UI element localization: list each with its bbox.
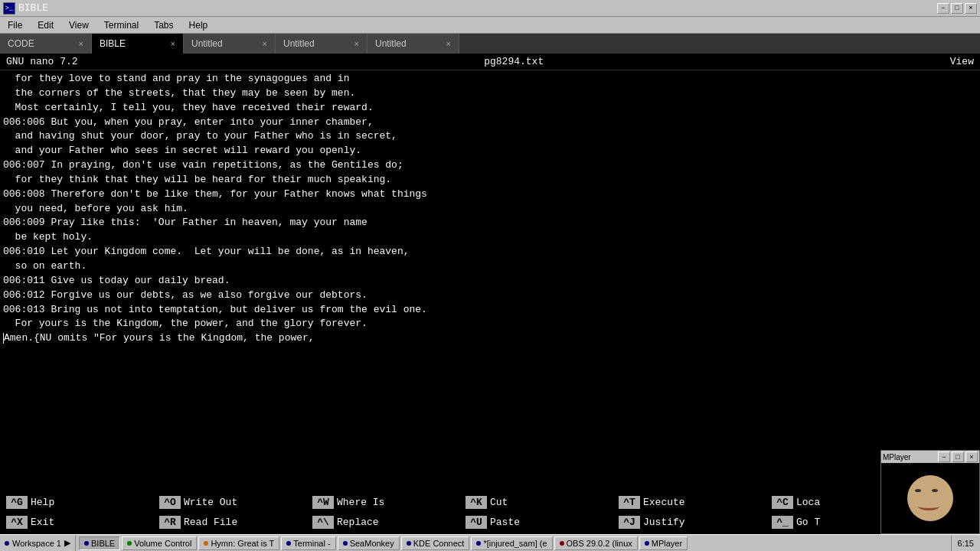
taskbar: Workspace 1 ▶ BIBLEVolume ControlHymn: G… [0,534,980,551]
shortcut-read-label: Read File [184,517,237,528]
shortcut-paste-key: ^U [466,516,487,529]
shortcut-where-is[interactable]: ^W Where Is [306,496,459,509]
shortcut-locate-label: Loca [796,497,820,508]
shortcut-exit-key: ^X [6,516,28,529]
shortcut-paste[interactable]: ^U Paste [459,516,612,529]
shortcut-execute-label: Execute [643,497,685,508]
app-label-0: BIBLE [91,539,115,548]
editor-line-11: be kept holy. [0,230,980,245]
taskbar-app-0[interactable]: BIBLE [79,536,120,550]
shortcut-read-key: ^R [159,516,181,529]
app-dot-1 [127,541,132,546]
shortcut-execute-key: ^T [619,496,640,509]
workspace-label: Workspace 1 [12,539,61,548]
shortcut-cut-key: ^K [466,496,487,509]
menu-edit[interactable]: Edit [33,18,58,32]
shortcut-exit-label: Exit [31,517,54,528]
taskbar-app-7[interactable]: OBS 29.0.2 (linux [554,536,638,550]
tab-bible[interactable]: BIBLE × [92,34,184,54]
taskbar-app-8[interactable]: MPlayer [639,536,688,550]
app-dot-7 [560,541,564,546]
app-dot-8 [645,541,649,546]
mplayer-window[interactable]: MPlayer − □ × [880,450,980,534]
editor-line-7: for they think that they will be heard f… [0,173,980,187]
taskbar-app-1[interactable]: Volume Control [122,536,197,550]
workspace-icon [5,541,9,546]
taskbar-apps: BIBLEVolume ControlHymn: Great is TTermi… [76,536,951,550]
taskbar-app-4[interactable]: SeaMonkey [338,536,400,550]
tab-untitled-1[interactable]: Untitled × [184,34,276,54]
shortcut-justify[interactable]: ^J Justify [612,516,766,529]
menu-terminal[interactable]: Terminal [100,18,143,32]
shortcut-write-key: ^O [159,496,181,509]
mplayer-titlebar: MPlayer − □ × [881,451,979,463]
editor-line-16: 006:013 Bring us not into temptation, bu… [0,303,980,318]
taskbar-app-3[interactable]: Terminal - [281,536,335,550]
menu-file[interactable]: File [3,18,27,32]
editor-line-9: you need, before you ask him. [0,202,980,217]
minimize-button[interactable]: − [937,3,949,14]
tab-untitled-3-close[interactable]: × [446,39,451,48]
tab-untitled-3[interactable]: Untitled × [368,34,459,54]
app-label-4: SeaMonkey [350,539,394,548]
taskbar-clock: 6:15 [951,535,980,551]
shortcut-cut[interactable]: ^K Cut [459,496,612,509]
app-dot-3 [286,541,291,546]
shortcut-replace[interactable]: ^\ Replace [306,516,459,529]
app-dot-2 [204,541,208,546]
shortcut-where-label: Where Is [337,497,384,508]
shortcut-exit[interactable]: ^X Exit [0,516,153,529]
shortcut-write-out[interactable]: ^O Write Out [153,496,306,509]
mplayer-maximize[interactable]: □ [952,452,964,462]
tab-untitled-2[interactable]: Untitled × [276,34,368,54]
editor-line-2: Most certainly, I tell you, they have re… [0,101,980,116]
shortcut-paste-label: Paste [490,517,520,528]
tab-untitled-1-label: Untitled [191,38,223,49]
editor-line-10: 006:009 Pray like this: 'Our Father in h… [0,216,980,230]
taskbar-app-5[interactable]: KDE Connect [401,536,470,550]
shortcut-help[interactable]: ^G Help [0,496,153,509]
maximize-button[interactable]: □ [951,3,963,14]
editor-line-1: the corners of the streets, that they ma… [0,86,980,101]
shortcut-help-label: Help [31,497,54,508]
app-label-2: Hymn: Great is T [211,539,274,548]
tab-code[interactable]: CODE × [0,34,92,54]
tab-untitled-2-close[interactable]: × [354,39,359,48]
mplayer-close[interactable]: × [965,452,978,462]
shortcut-justify-label: Justify [643,517,685,528]
editor-line-13: so on earth. [0,259,980,274]
taskbar-workspace[interactable]: Workspace 1 ▶ [0,535,76,551]
text-cursor [3,333,4,344]
workspace-arrow: ▶ [64,538,70,548]
close-button[interactable]: × [965,3,977,14]
app-label-8: MPlayer [652,539,682,548]
shortcut-justify-key: ^J [619,516,640,529]
mplayer-minimize[interactable]: − [938,452,950,462]
shortcut-read-file[interactable]: ^R Read File [153,516,306,529]
menu-view[interactable]: View [64,18,93,32]
editor-line-15: 006:012 Forgive us our debts, as we also… [0,289,980,303]
menu-tabs[interactable]: Tabs [149,18,178,32]
editor-line-4: and having shut your door, pray to your … [0,129,980,144]
shortcut-goto-key: ^_ [772,516,793,529]
shortcut-goto-label: Go T [796,517,820,528]
taskbar-app-6[interactable]: *[injured_sam] (e [471,536,552,550]
app-label-1: Volume Control [134,539,191,548]
app-label-7: OBS 29.0.2 (linux [567,539,632,548]
tab-bible-label: BIBLE [100,38,126,49]
editor-line-3: 006:006 But you, when you pray, enter in… [0,116,980,130]
editor-area[interactable]: for they love to stand and pray in the s… [0,70,980,490]
shortcut-locate-key: ^C [772,496,793,509]
nano-mode: View [950,56,974,67]
tab-bible-close[interactable]: × [171,39,175,48]
app-label-3: Terminal - [293,539,330,548]
shortcut-bar: ^G Help ^O Write Out ^W Where Is ^K Cut … [0,490,980,534]
editor-line-8: 006:008 Therefore don't be like them, fo… [0,187,980,202]
tab-code-close[interactable]: × [79,39,83,48]
shortcut-cut-label: Cut [490,497,508,508]
shortcut-execute[interactable]: ^T Execute [612,496,766,509]
menu-help[interactable]: Help [185,18,213,32]
tab-untitled-1-close[interactable]: × [263,39,267,48]
taskbar-app-2[interactable]: Hymn: Great is T [198,536,279,550]
app-label-5: KDE Connect [413,539,465,548]
